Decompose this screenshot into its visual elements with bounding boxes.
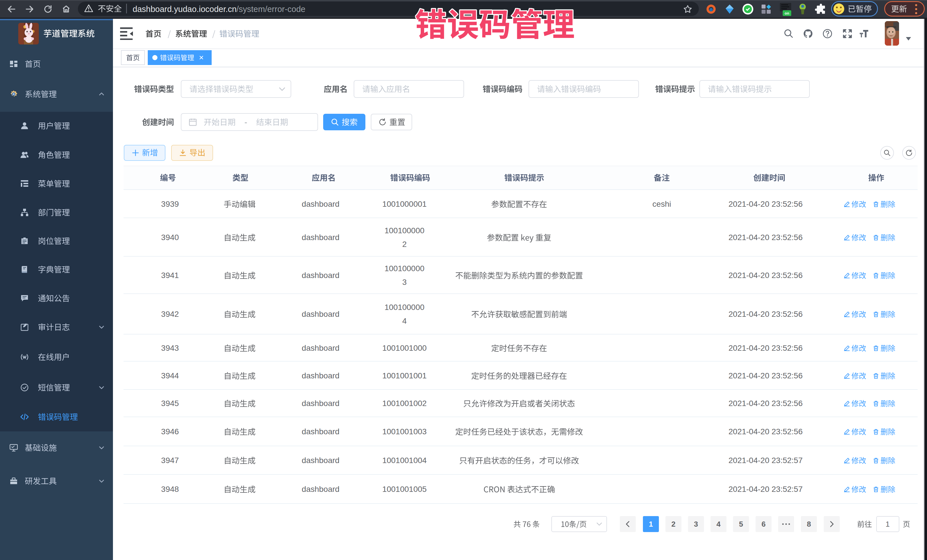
svg-text:on: on: [785, 11, 789, 15]
